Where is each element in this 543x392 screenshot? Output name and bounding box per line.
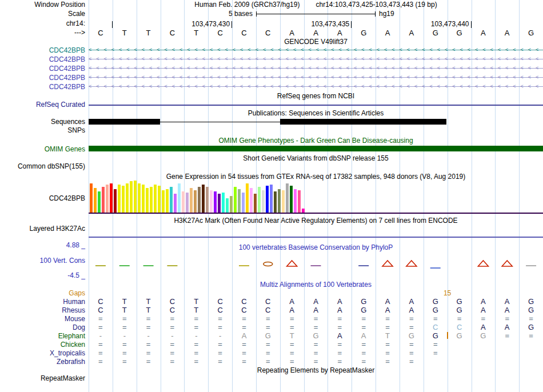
multiz-base: G [432, 306, 440, 314]
multiz-row-chicken[interactable]: Chicken=============== [0, 340, 543, 349]
multiz-base: = [121, 357, 129, 366]
multiz-base: A [479, 323, 487, 331]
multiz-base: - [145, 331, 153, 340]
multiz-base: - [97, 331, 105, 340]
multiz-base: T [145, 306, 153, 314]
multiz-species-label[interactable]: Rhesus [0, 306, 87, 314]
multiz-base: = [336, 357, 344, 366]
multiz-base: = [336, 349, 344, 357]
multiz-row-dog[interactable]: Dog==============CCAAG [0, 323, 543, 331]
multiz-base: A [312, 297, 320, 306]
multiz-base: = [336, 340, 344, 349]
multiz-base: A [503, 306, 511, 314]
multiz-base: C [432, 323, 440, 331]
multiz-species-label[interactable]: Gaps [0, 289, 87, 297]
multiz-species-label[interactable]: Elephant [0, 332, 87, 340]
multiz-base: = [145, 357, 153, 366]
multiz-base: = [360, 349, 368, 357]
multiz-alignment-track[interactable]: Gaps15HumanCTTCTCCCAAAGAAGGAAGRhesusCTTC… [0, 0, 543, 392]
multiz-base: = [288, 314, 296, 323]
repeatmasker-label[interactable]: RepeatMasker [0, 374, 87, 382]
multiz-base: = [312, 323, 320, 331]
multiz-row-human[interactable]: HumanCTTCTCCCAAAGAAGGAAG [0, 297, 543, 306]
multiz-row-zebrafish[interactable]: Zebrafish============== [0, 357, 543, 366]
multiz-row-elephant[interactable]: Elephant------AGTGAATGGGG== [0, 331, 543, 340]
multiz-base: = [360, 323, 368, 331]
multiz-species-label[interactable]: X_tropicalis [0, 349, 87, 357]
multiz-gap-count: 15 [442, 289, 453, 297]
multiz-base: = [503, 331, 511, 340]
multiz-base: G [312, 331, 320, 340]
multiz-base: G [360, 306, 368, 314]
multiz-base: = [432, 349, 440, 357]
multiz-base: = [97, 323, 105, 331]
multiz-base: = [408, 323, 416, 331]
multiz-base: = [192, 323, 200, 331]
multiz-base: = [384, 357, 392, 366]
multiz-base: = [192, 340, 200, 349]
multiz-base: = [168, 314, 176, 323]
multiz-base: = [288, 349, 296, 357]
multiz-base: G [456, 331, 464, 340]
multiz-base: T [121, 306, 129, 314]
multiz-base: = [121, 340, 129, 349]
multiz-base: C [216, 306, 224, 314]
multiz-base: A [408, 306, 416, 314]
multiz-base: = [264, 357, 272, 366]
multiz-row-x_tropicalis[interactable]: X_tropicalis=============== [0, 349, 543, 357]
multiz-base: C [240, 306, 248, 314]
multiz-base: A [312, 306, 320, 314]
multiz-base: = [97, 357, 105, 366]
multiz-base: C [168, 297, 176, 306]
multiz-species-label[interactable]: Mouse [0, 315, 87, 323]
multiz-base: = [312, 340, 320, 349]
multiz-row-rhesus[interactable]: RhesusCTTCTCCCAAAGAAGGAAG [0, 306, 543, 314]
repeatmasker-track[interactable]: RepeatMasker [0, 374, 543, 382]
multiz-row-mouse[interactable]: Mouse=================== [0, 314, 543, 323]
multiz-base: C [216, 297, 224, 306]
multiz-base: C [264, 297, 272, 306]
multiz-base: = [360, 340, 368, 349]
multiz-species-label[interactable]: Dog [0, 323, 87, 331]
multiz-base: C [264, 306, 272, 314]
multiz-base: A [384, 306, 392, 314]
multiz-base: A [336, 331, 344, 340]
multiz-species-label[interactable]: Human [0, 298, 87, 306]
multiz-base: = [312, 357, 320, 366]
multiz-base: = [288, 340, 296, 349]
multiz-base: G [527, 306, 535, 314]
multiz-base: = [479, 314, 487, 323]
multiz-row-gaps[interactable]: Gaps15 [0, 289, 543, 297]
multiz-base: = [456, 314, 464, 323]
multiz-species-label[interactable]: Chicken [0, 341, 87, 349]
multiz-base: = [145, 349, 153, 357]
multiz-base: T [384, 331, 392, 340]
multiz-base: = [432, 314, 440, 323]
ucsc-genome-browser: Window Position Human Feb. 2009 (GRCh37/… [0, 0, 543, 392]
multiz-base: = [527, 331, 535, 340]
multiz-base: = [408, 357, 416, 366]
multiz-base: G [527, 297, 535, 306]
multiz-base: = [240, 323, 248, 331]
multiz-base: = [216, 349, 224, 357]
multiz-base: = [240, 340, 248, 349]
multiz-base: G [432, 297, 440, 306]
multiz-base: = [240, 314, 248, 323]
multiz-base: = [336, 323, 344, 331]
multiz-base: T [288, 331, 296, 340]
multiz-insertion-marker [447, 332, 448, 339]
multiz-base: = [121, 349, 129, 357]
multiz-base: A [384, 297, 392, 306]
multiz-species-label[interactable]: Zebrafish [0, 358, 87, 366]
multiz-base: = [168, 323, 176, 331]
multiz-base: C [97, 297, 105, 306]
multiz-base: - [168, 331, 176, 340]
repeatmasker-title: Repeating Elements by RepeatMasker [89, 366, 543, 374]
multiz-base: = [192, 349, 200, 357]
multiz-base: = [216, 323, 224, 331]
repeatmasker-title-row: Repeating Elements by RepeatMasker [0, 366, 543, 374]
multiz-base: = [384, 314, 392, 323]
multiz-base: = [527, 314, 535, 323]
multiz-base: - [216, 331, 224, 340]
multiz-base: A [240, 331, 248, 340]
